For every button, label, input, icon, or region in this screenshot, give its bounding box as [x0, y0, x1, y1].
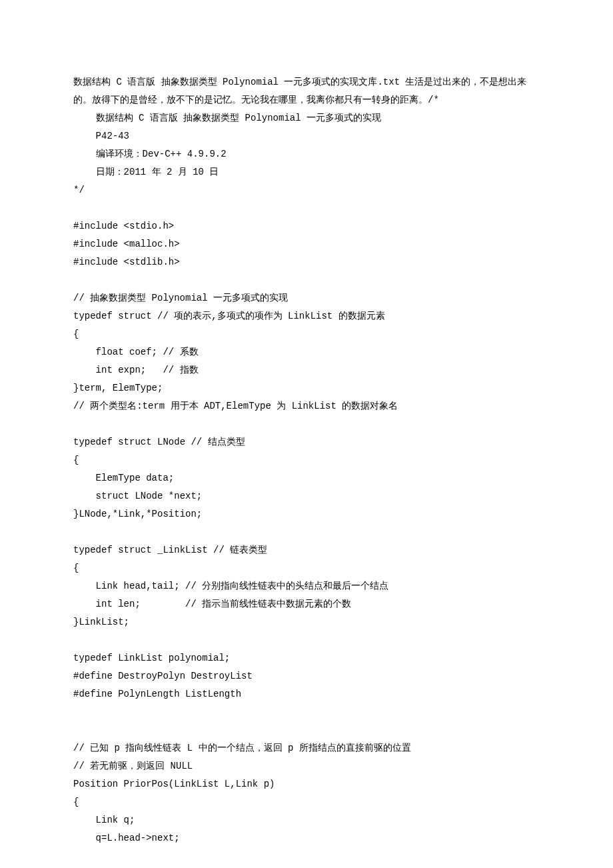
code-line: struct LNode *next;	[73, 491, 202, 501]
code-line: }term, ElemType;	[73, 383, 163, 393]
code-line: #include <malloc.h>	[73, 239, 180, 249]
code-line: 日期：2011 年 2 月 10 日	[73, 167, 219, 177]
code-line: Link head,tail; // 分别指向线性链表中的头结点和最后一个结点	[73, 581, 388, 591]
code-line: Position PriorPos(LinkList L,Link p)	[73, 779, 275, 789]
code-line: int len; // 指示当前线性链表中数据元素的个数	[73, 599, 351, 609]
code-line: {	[73, 797, 79, 807]
code-line: 数据结构 C 语言版 抽象数据类型 Polynomial 一元多项式的实现	[73, 113, 381, 123]
code-line: {	[73, 329, 79, 339]
code-line: q=L.head->next;	[73, 833, 180, 843]
code-line: typedef struct LNode // 结点类型	[73, 437, 245, 447]
code-line: P42-43	[73, 131, 129, 141]
code-line: typedef LinkList polynomial;	[73, 653, 230, 663]
code-line: typedef struct // 项的表示,多项式的项作为 LinkList …	[73, 311, 385, 321]
code-line: // 已知 p 指向线性链表 L 中的一个结点，返回 p 所指结点的直接前驱的位…	[73, 743, 411, 753]
code-line: 数据结构 C 语言版 抽象数据类型 Polynomial 一元多项式的实现文库.…	[73, 77, 526, 105]
document-page: 数据结构 C 语言版 抽象数据类型 Polynomial 一元多项式的实现文库.…	[0, 0, 613, 868]
code-line: }LNode,*Link,*Position;	[73, 509, 202, 519]
code-line: 编译环境：Dev-C++ 4.9.9.2	[73, 149, 227, 159]
code-line: #define DestroyPolyn DestroyList	[73, 671, 253, 681]
code-line: typedef struct _LinkList // 链表类型	[73, 545, 267, 555]
code-line: Link q;	[73, 815, 135, 825]
code-line: ElemType data;	[73, 473, 174, 483]
code-line: #include <stdlib.h>	[73, 257, 180, 267]
code-line: }LinkList;	[73, 617, 129, 627]
code-line: // 抽象数据类型 Polynomial 一元多项式的实现	[73, 293, 288, 303]
code-line: #include <stdio.h>	[73, 221, 174, 231]
code-line: float coef; // 系数	[73, 347, 199, 357]
code-line: */	[73, 185, 85, 195]
code-line: // 两个类型名:term 用于本 ADT,ElemType 为 LinkLis…	[73, 401, 398, 411]
code-line: // 若无前驱，则返回 NULL	[73, 761, 193, 771]
code-line: {	[73, 455, 79, 465]
code-line: {	[73, 563, 79, 573]
code-line: #define PolynLength ListLength	[73, 689, 241, 699]
code-line: int expn; // 指数	[73, 365, 199, 375]
